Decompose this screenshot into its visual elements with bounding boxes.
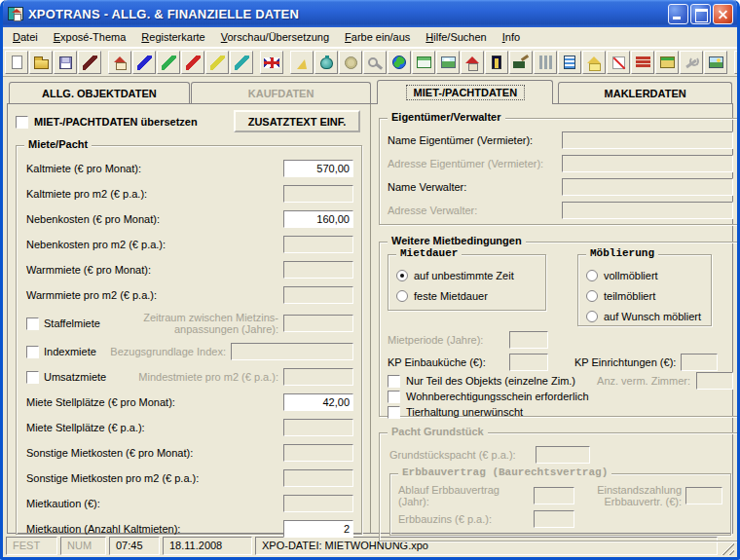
wrench-icon[interactable] [680, 51, 703, 74]
pen-red-icon[interactable] [181, 51, 204, 74]
house-icon[interactable] [108, 51, 131, 74]
umsatzmiete-row: Umsatzmiete Mindestmiete pro m2 (€ p.a.)… [26, 364, 353, 390]
radio-unbestimmte-zeit[interactable]: auf unbestimmte Zeit [396, 265, 537, 285]
eigentuemer-verwalter-group: Eigentümer/Verwalter Name Eigentümer (Ve… [379, 118, 740, 225]
miete-stellplaetze-input[interactable] [283, 393, 353, 411]
minimize-button[interactable] [668, 4, 688, 24]
nebenkosten-m2-row: Nebenkosten pro m2 (€ p.a.): [26, 232, 353, 257]
floor-plan-icon[interactable] [412, 51, 435, 74]
nur-teil-row: Nur Teil des Objekts (einzelne Zim.) Anz… [388, 373, 733, 389]
lamp-icon[interactable] [290, 51, 314, 74]
left-column: MIET-/PACHTDATEN übersetzen ZUSATZTEXT E… [8, 104, 370, 533]
einstandszahlung-row: EinstandszahlungErbbauvertr. (€): [588, 484, 722, 507]
list-icon[interactable] [558, 51, 581, 74]
adresse-eigentuemer-input [562, 155, 733, 172]
staffelmiete-checkbox[interactable] [26, 317, 39, 330]
menu-vorschau-uebersetzung[interactable]: Vorschau/Übersetzung [213, 29, 337, 45]
menu-registerkarte[interactable]: Registerkarte [133, 29, 212, 45]
resize-grip[interactable] [721, 541, 734, 555]
nebenkosten-input[interactable] [283, 210, 353, 228]
app-icon [8, 7, 23, 20]
kaltmiete-m2-input [283, 185, 353, 203]
sonstige-mietkosten-input [283, 444, 353, 462]
indexmiete-checkbox[interactable] [26, 346, 39, 358]
maximize-button[interactable] [690, 4, 711, 24]
uebersetzen-label: MIET-/PACHTDATEN übersetzen [34, 116, 198, 128]
pen-darkred-icon[interactable] [78, 51, 101, 74]
menu-info[interactable]: Info [495, 29, 528, 45]
save-icon[interactable] [54, 51, 77, 74]
pen-blue-icon[interactable] [132, 51, 156, 74]
pacht-grundstueck-group: Pacht Grundstück Grundstückspacht (€ p.a… [379, 432, 740, 541]
tierhaltung-checkbox[interactable] [388, 406, 400, 419]
close-button[interactable] [713, 4, 733, 24]
menu-expose-thema[interactable]: Exposé-Thema [46, 29, 134, 45]
pen-yellow-icon[interactable] [205, 51, 229, 74]
radio-teilmoebliert[interactable]: teilmöbliert [586, 285, 703, 306]
radio-vollmoebliert[interactable]: vollmöbliert [586, 265, 703, 285]
door-icon[interactable] [485, 51, 508, 74]
sun-house-icon[interactable] [582, 51, 606, 74]
radio-auf-wunsch-moebliert[interactable]: auf Wunsch möbliert [586, 306, 703, 326]
new-document-icon[interactable] [5, 51, 28, 74]
ablauf-erbbauvertrag-input [534, 487, 574, 504]
miete-stellplaetze-row: Miete Stellplätze (€ pro Monat): [26, 390, 353, 415]
tab-strip: ALLG. OBJEKTDATEN KAUFDATEN MIET-/PACHTD… [7, 79, 733, 103]
red-roof-house-icon[interactable] [461, 51, 484, 74]
sonstige-mietkosten-m2-input [283, 469, 353, 487]
warmmiete-m2-input [283, 286, 353, 304]
measure-icon[interactable] [607, 51, 630, 74]
landscape-icon[interactable] [436, 51, 460, 74]
brick-wall-icon[interactable] [631, 51, 654, 74]
radio-dot[interactable] [396, 270, 408, 281]
toolbar: ZZ [3, 48, 737, 77]
radio-feste-mietdauer[interactable]: feste Mietdauer [396, 285, 537, 306]
radio-dot[interactable] [586, 270, 598, 281]
umsatzmiete-checkbox[interactable] [26, 371, 39, 384]
menu-farbe-ein-aus[interactable]: Farbe ein/aus [337, 29, 418, 45]
picture-icon[interactable] [704, 51, 727, 74]
open-folder-icon[interactable] [29, 51, 53, 74]
zusatztext-button[interactable]: ZUSATZTEXT EINF. [234, 110, 360, 132]
tab-kaufdaten: KAUFDATEN [191, 82, 372, 103]
high-rise-icon[interactable] [534, 51, 557, 74]
grundstueckspacht-input [536, 446, 590, 464]
radio-dot[interactable] [586, 290, 598, 302]
kaltmiete-input[interactable] [283, 160, 353, 177]
mietkaution-input [283, 495, 353, 512]
uebersetzen-checkbox[interactable] [16, 116, 28, 129]
indexmiete-sublabel: Bezugsgrundlage Index: [101, 346, 226, 357]
miete-pacht-group: Miete/Pacht Kaltmiete (€ pro Monat): Kal… [16, 145, 362, 535]
kaltmiete-row: Kaltmiete (€ pro Monat): [26, 156, 353, 181]
indexmiete-row: Indexmiete Bezugsgrundlage Index: [26, 339, 353, 364]
tab-allg-objektdaten[interactable]: ALLG. OBJEKTDATEN [9, 82, 190, 103]
key-icon[interactable] [363, 51, 387, 74]
miete-stellplaetze-pa-input [283, 419, 353, 436]
radio-dot[interactable] [396, 290, 408, 302]
mietkaution-row: Mietkaution (€): [26, 491, 353, 516]
nebenkosten-m2-input [283, 236, 353, 253]
pen-green-icon[interactable] [157, 51, 180, 74]
money-bag-icon[interactable] [314, 51, 338, 74]
menu-datei[interactable]: Datei [5, 29, 46, 45]
nebenkosten-row: Nebenkosten (€ pro Monat): [26, 206, 353, 232]
globe-icon[interactable] [388, 51, 411, 74]
name-verwalter-row: Name Verwalter: [388, 175, 733, 199]
radio-dot[interactable] [586, 311, 598, 322]
nur-teil-checkbox[interactable] [388, 375, 400, 388]
tab-maklerdaten[interactable]: MAKLERDATEN [558, 82, 732, 103]
pen-teal-icon[interactable] [230, 51, 253, 74]
menu-hilfe-suchen[interactable]: Hilfe/Suchen [418, 29, 494, 45]
color-pens-icon[interactable] [734, 51, 740, 74]
tab-miet-pachtdaten[interactable]: MIET-/PACHTDATEN [377, 80, 553, 104]
uk-flag-icon[interactable] [260, 51, 283, 74]
erbbauzins-row: Erbbauzins (€ p.a.): [398, 507, 574, 531]
broom-icon[interactable] [509, 51, 533, 74]
dialog-window-icon[interactable] [655, 51, 679, 74]
mietkaution-anzahl-input[interactable] [283, 520, 353, 538]
coin-icon[interactable] [339, 51, 362, 74]
kaltmiete-m2-row: Kaltmiete pro m2 (€ p.a.): [26, 181, 353, 206]
kp-einrichtungen-input [681, 354, 718, 371]
anz-zimmer-input [696, 372, 733, 390]
wohnberechtigungsschein-checkbox[interactable] [388, 391, 400, 403]
